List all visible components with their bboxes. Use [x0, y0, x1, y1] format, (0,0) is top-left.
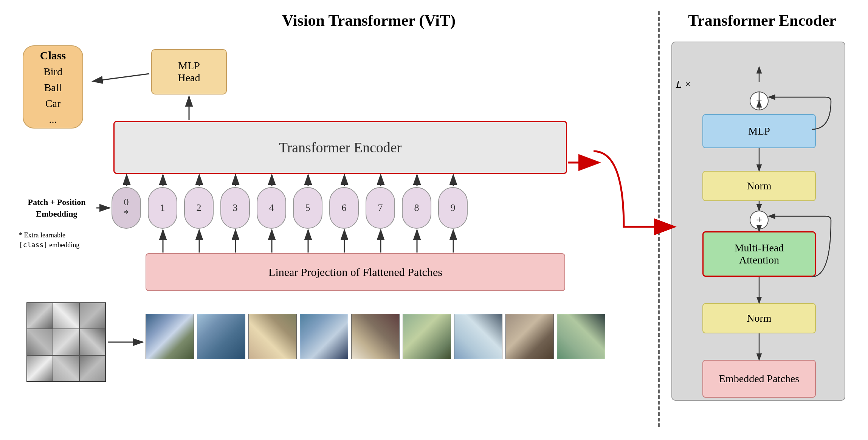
- img-patch-3: [248, 314, 297, 359]
- source-image: [26, 302, 106, 382]
- lx-label: L ×: [676, 78, 691, 90]
- img-patch-4: [300, 314, 348, 359]
- token-3: 3: [220, 187, 250, 229]
- src-patch-9: [79, 355, 105, 381]
- token-8: 8: [402, 187, 431, 229]
- encoder-detail-box: L × MLP Norm Multi-HeadAttention Norm Em…: [671, 42, 845, 401]
- class-item-car: Car: [45, 96, 60, 112]
- mlp-head-label: MLPHead: [178, 60, 200, 84]
- src-patch-3: [79, 303, 105, 329]
- token-2: 2: [184, 187, 214, 229]
- src-patch-4: [27, 329, 53, 355]
- img-patch-8: [505, 314, 554, 359]
- section-divider: [658, 11, 660, 427]
- src-patch-6: [79, 329, 105, 355]
- class-label: Class: [40, 47, 66, 64]
- class-item-bird: Bird: [43, 64, 62, 80]
- tokens-row: 0 * 1 2 3 4 5 6 7 8 9: [112, 187, 468, 229]
- enc-mlp-block: MLP: [702, 114, 816, 148]
- img-patch-6: [403, 314, 451, 359]
- src-patch-5: [53, 329, 79, 355]
- enc-embedded-label: Embedded Patches: [719, 373, 799, 385]
- token-star: *: [124, 208, 129, 219]
- plus-mid-label: +: [756, 214, 762, 226]
- extra-learnable-label: * Extra learnable[class] embedding: [19, 231, 98, 250]
- diagram-container: Vision Transformer (ViT) Class Bird Ball…: [0, 0, 868, 440]
- token-0: 0 *: [112, 187, 141, 229]
- image-patches-row: [146, 314, 605, 359]
- linear-projection-box: Linear Projection of Flattened Patches: [146, 253, 565, 291]
- enc-mha-block: Multi-HeadAttention: [702, 231, 816, 277]
- token-6: 6: [329, 187, 359, 229]
- src-patch-1: [27, 303, 53, 329]
- transformer-encoder-box: Transformer Encoder: [113, 121, 567, 174]
- img-patch-2: [197, 314, 245, 359]
- token-4: 4: [257, 187, 286, 229]
- plus-top-label: +: [756, 95, 762, 107]
- plus-circle-top: +: [750, 91, 769, 110]
- enc-norm2-block: Norm: [702, 303, 816, 333]
- class-item-ellipsis: ...: [49, 112, 57, 127]
- patch-pos-label: Patch + PositionEmbedding: [19, 197, 95, 220]
- src-patch-8: [53, 355, 79, 381]
- class-output-box: Class Bird Ball Car ...: [23, 45, 83, 129]
- enc-norm1-block: Norm: [702, 171, 816, 201]
- token-7: 7: [366, 187, 395, 229]
- vit-title: Vision Transformer (ViT): [15, 11, 647, 29]
- mlp-head-box: MLPHead: [151, 49, 227, 95]
- token-5: 5: [293, 187, 322, 229]
- encoder-title: Transformer Encoder: [671, 11, 853, 29]
- vit-section: Vision Transformer (ViT) Class Bird Ball…: [15, 11, 647, 427]
- src-patch-7: [27, 355, 53, 381]
- img-patch-9: [557, 314, 605, 359]
- token-1: 1: [148, 187, 177, 229]
- img-patch-7: [454, 314, 502, 359]
- token-9: 9: [438, 187, 468, 229]
- token-0-label: 0: [124, 197, 129, 208]
- img-patch-5: [351, 314, 400, 359]
- svg-line-2: [93, 74, 149, 81]
- plus-circle-mid: +: [750, 211, 769, 229]
- enc-mha-label: Multi-HeadAttention: [735, 242, 784, 266]
- img-patch-1: [146, 314, 194, 359]
- enc-embedded-block: Embedded Patches: [702, 360, 816, 398]
- src-patch-2: [53, 303, 79, 329]
- class-item-ball: Ball: [44, 80, 62, 96]
- encoder-section: Transformer Encoder L × MLP Norm Multi-H…: [671, 11, 853, 427]
